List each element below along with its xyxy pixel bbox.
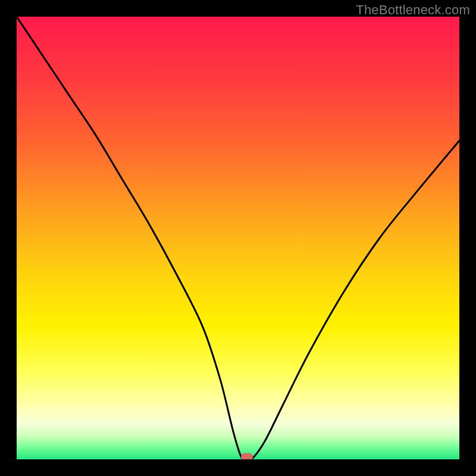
plot-area (17, 17, 459, 459)
chart-frame: TheBottleneck.com (0, 0, 476, 476)
optimum-marker (241, 453, 253, 460)
bottleneck-curve (17, 17, 459, 459)
watermark-text: TheBottleneck.com (356, 2, 470, 18)
